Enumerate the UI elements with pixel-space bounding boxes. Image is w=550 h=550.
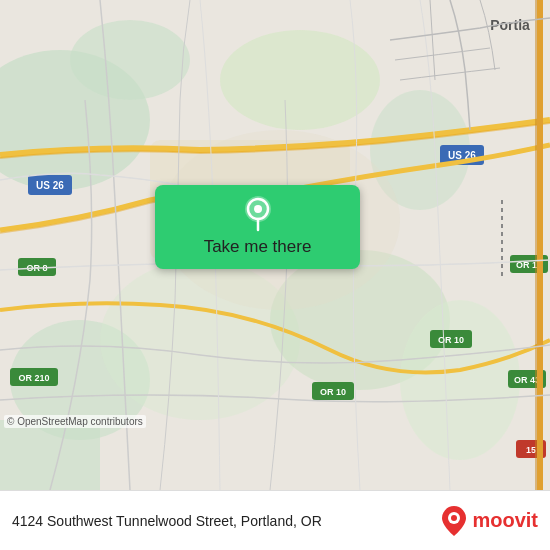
location-pin-icon (242, 195, 274, 233)
map-attribution: © OpenStreetMap contributors (4, 415, 146, 428)
svg-text:OR 10: OR 10 (438, 335, 464, 345)
svg-text:US 26: US 26 (36, 180, 64, 191)
take-me-there-label: Take me there (204, 237, 312, 257)
svg-text:OR 210: OR 210 (18, 373, 49, 383)
take-me-there-button[interactable]: Take me there (155, 185, 360, 269)
map-container: US 26 US 26 OR 8 OR 10 OR 10 OR 10 OR 43… (0, 0, 550, 490)
moovit-logo: moovit (440, 504, 538, 538)
moovit-brand-text: moovit (472, 509, 538, 532)
address-text: 4124 Southwest Tunnelwood Street, Portla… (12, 513, 432, 529)
svg-rect-9 (0, 420, 100, 490)
svg-point-2 (70, 20, 190, 100)
svg-point-33 (254, 205, 262, 213)
footer-bar: 4124 Southwest Tunnelwood Street, Portla… (0, 490, 550, 550)
moovit-pin-icon (440, 504, 468, 538)
svg-text:OR 10: OR 10 (320, 387, 346, 397)
svg-text:15: 15 (526, 445, 536, 455)
svg-point-35 (451, 515, 457, 521)
svg-point-8 (400, 300, 520, 460)
